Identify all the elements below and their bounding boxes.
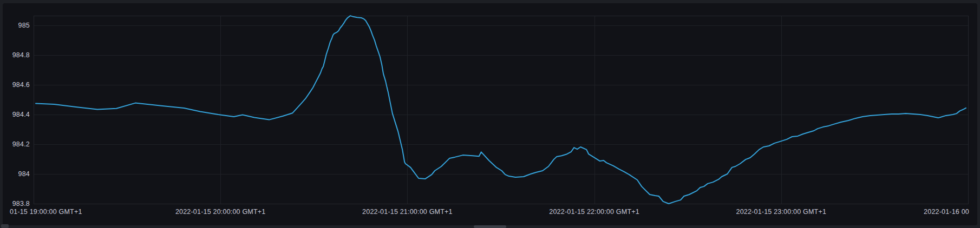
horizontal-scrollbar-thumb[interactable] (474, 225, 506, 228)
x-axis-tick-label: 2022-01-15 20:00:00 GMT+1 (175, 207, 266, 216)
y-axis-tick-label: 983.8 (0, 199, 30, 208)
x-axis-tick-label: 2022-01-15 22:00:00 GMT+1 (549, 207, 639, 216)
chart-svg (0, 0, 980, 228)
time-series-chart: 985984.8984.6984.4984.2984983.801-15 19:… (0, 0, 980, 228)
y-axis-tick-label: 984.8 (0, 51, 30, 59)
y-axis-tick-label: 984.4 (0, 110, 30, 119)
y-axis-tick-label: 984.6 (0, 81, 30, 89)
y-axis-tick-label: 984 (0, 170, 30, 178)
x-axis-tick-label: 01-15 19:00:00 GMT+1 (10, 207, 82, 216)
x-axis-tick-label: 2022-01-15 21:00:00 GMT+1 (362, 207, 453, 216)
dashboard-background: 985984.8984.6984.4984.2984983.801-15 19:… (0, 0, 980, 228)
x-axis-tick-label: 2022-01-16 00 (924, 207, 969, 216)
plot-area[interactable] (34, 16, 968, 204)
scrollbar-left-corner (1, 224, 9, 228)
x-axis-tick-label: 2022-01-15 23:00:00 GMT+1 (736, 207, 827, 216)
horizontal-scrollbar-track[interactable] (0, 225, 980, 228)
y-axis-tick-label: 984.2 (0, 140, 30, 149)
y-axis-tick-label: 985 (0, 21, 30, 30)
